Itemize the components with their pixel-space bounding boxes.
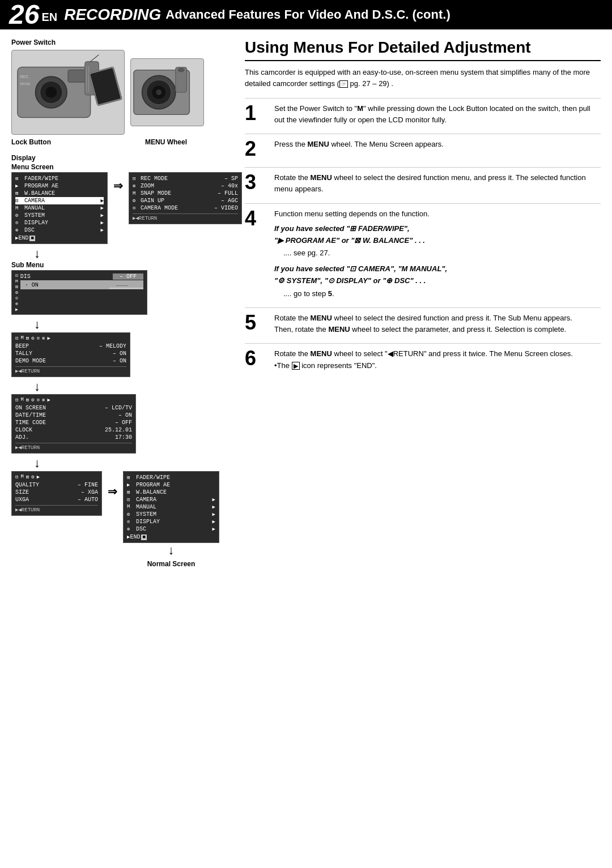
step-2-number: 2 (245, 139, 270, 159)
step-4: 4 Function menu setting depends on the f… (245, 203, 601, 300)
menu-item-dsc: ⊕DSC▶ (15, 226, 104, 234)
diagram-area: Menu Screen ⊞FADER/WIPE ▶PROGRAM AE ⊠W.B… (11, 163, 238, 568)
svg-line-10 (91, 55, 99, 62)
quality-row: QUALITY – FINE (15, 481, 98, 489)
svg-text:REC: REC (20, 75, 29, 79)
on-screen-row: ON SCREEN – LCD/TV (15, 404, 132, 412)
step-3-number: 3 (245, 172, 270, 193)
menu-screen-label: Menu Screen (11, 163, 108, 171)
menu-item-manual: MMANUAL▶ (15, 204, 104, 212)
menu-item-camera: ⊡CAMERA▶ (15, 197, 104, 204)
bottom-diagram-row: ⊡M ⊠⚙ ▶ QUALITY – FINE SIZE – XGA (11, 471, 238, 568)
step-2: 2 Press the MENU wheel. The Menu Screen … (245, 134, 601, 159)
camera-main-image: REC MODE (11, 50, 125, 135)
dsc-box-container: ⊡M ⊠⚙ ▶ QUALITY – FINE SIZE – XGA (11, 471, 102, 516)
return-row-3: ▶◀RETURN (15, 443, 132, 451)
settings-row-gainup: ⚙ GAIN UP – AGC (133, 197, 238, 204)
main-content: Power Switch (0, 29, 612, 577)
settings-row-snapmode: M SNAP MODE – FULL (133, 190, 238, 197)
sub-menu-inner: ⊡ M ⊠ ⚙ ⊙ ⊕ ▶ DIS (15, 273, 143, 312)
menu-item-progae: ▶PROGRAM AE (15, 182, 104, 190)
time-code-row: TIME CODE – OFF (15, 419, 132, 426)
menu-wheel-label: MENU Wheel (145, 138, 187, 146)
clock-row: CLOCK 25.12.01 (15, 426, 132, 434)
display-box-container: ⊡M ⊠⚙ ⊙⊕ ▶ ON SCREEN – LCD/TV DATE/TIME … (11, 394, 238, 454)
adj-row: ADJ. 17:30 (15, 434, 132, 441)
menu-screen-container: Menu Screen ⊞FADER/WIPE ▶PROGRAM AE ⊠W.B… (11, 163, 108, 244)
settings-row-zoom: ⊕ ZOOM – 40x (133, 182, 238, 190)
display-settings-box: ⊡M ⊠⚙ ⊙⊕ ▶ ON SCREEN – LCD/TV DATE/TIME … (11, 394, 136, 454)
power-switch-label: Power Switch (11, 39, 231, 46)
recording-label: RECORDING (64, 6, 161, 24)
uxga-row: UXGA – AUTO (15, 496, 98, 503)
step-6: 6 Rotate the MENU wheel to select "◀RETU… (245, 343, 601, 371)
normal-item-fader: ⊞FADER/WIPE (127, 474, 215, 481)
settings-row-cammode: ⊙ CAMERA MODE – VIDEO (133, 204, 238, 212)
step-1-number: 1 (245, 103, 270, 123)
sub-dis-on-row: · ON ‥‥‥ (20, 280, 143, 289)
normal-item-display: ⊙DISPLAY▶ (127, 518, 215, 525)
settings-row-recmode: ⊡ REC MODE – SP (133, 175, 238, 182)
menu-item-display: ⊙DISPLAY▶ (15, 219, 104, 226)
normal-item-system: ⚙SYSTEM▶ (127, 511, 215, 518)
beep-box-container: ⊡M ⊠⚙ ⊙⊕ ▶ BEEP – MELODY TALLY – ON DE (11, 332, 238, 377)
normal-item-camera: ⊡CAMERA▶ (127, 496, 215, 503)
normal-item-manual: MMANUAL▶ (127, 503, 215, 511)
header-subtitle: Advanced Features For Video And D.S.C. (… (165, 7, 450, 22)
step-1-content: Set the Power Switch to "M" while pressi… (274, 103, 601, 126)
normal-screen-container: ⊞FADER/WIPE ▶PROGRAM AE ⊠W.BALANCE ⊡CAME… (123, 471, 219, 568)
normal-screen-box: ⊞FADER/WIPE ▶PROGRAM AE ⊠W.BALANCE ⊡CAME… (123, 471, 219, 543)
step-6-number: 6 (245, 348, 270, 369)
camera-labels-row: Lock Button MENU Wheel (11, 138, 187, 146)
normal-item-progae: ▶PROGRAM AE (127, 481, 215, 489)
svg-point-19 (178, 68, 185, 72)
en-label: EN (41, 11, 57, 24)
menu-item-end: ▶END■ (15, 235, 104, 241)
step-4-content: Function menu setting depends on the fun… (274, 208, 601, 300)
svg-rect-9 (90, 68, 121, 104)
right-column: Using Menus For Detailed Adjustment This… (238, 29, 612, 577)
step-4-italic-a: If you have selected "⊞ FADER/WIPE", "▶ … (274, 223, 601, 247)
menu-item-system: ⚙SYSTEM▶ (15, 212, 104, 219)
normal-item-wb: ⊠W.BALANCE (127, 489, 215, 496)
sub-dis-row: DIS – OFF (20, 273, 143, 280)
normal-screen-label: Normal Screen (123, 560, 219, 568)
step-4-number: 4 (245, 208, 270, 229)
step-3-content: Rotate the MENU wheel to select the desi… (274, 172, 601, 195)
page-number: 26 (9, 1, 39, 28)
beep-icon-row: ⊡M ⊠⚙ ⊙⊕ ▶ (15, 335, 126, 341)
step-4-sub-a: .... see pg. 27. (283, 247, 601, 259)
sub-menu-content: DIS – OFF · ON ‥‥‥ (20, 273, 143, 312)
display-icon-row: ⊡M ⊠⚙ ⊙⊕ ▶ (15, 397, 132, 403)
step-3: 3 Rotate the MENU wheel to select the de… (245, 167, 601, 195)
normal-item-end: ▶END■ (127, 534, 215, 540)
return-row-1: ▶◀RETURN (133, 213, 238, 221)
menu-item-wbalance: ⊠W.BALANCE (15, 190, 104, 197)
svg-point-3 (45, 87, 57, 98)
vert-arrow-2: ↓ (11, 317, 238, 332)
step-6-content: Rotate the MENU wheel to select "◀RETURN… (274, 348, 601, 371)
rec-mode-settings-box: ⊡ REC MODE – SP ⊕ ZOOM – 40x M SNAP MODE (129, 172, 242, 224)
camera-secondary-image (130, 58, 204, 126)
beep-row: BEEP – MELODY (15, 343, 126, 350)
step-5-number: 5 (245, 313, 270, 333)
beep-settings-box: ⊡M ⊠⚙ ⊙⊕ ▶ BEEP – MELODY TALLY – ON DE (11, 332, 130, 377)
return-row-2: ▶◀RETURN (15, 366, 126, 374)
sub-menu-label: Sub Menu (11, 261, 147, 269)
step-4-italic-b: If you have selected "⊡ CAMERA", "M MANU… (274, 263, 601, 287)
sub-menu-box: ⊡ M ⊠ ⚙ ⊙ ⊕ ▶ DIS (11, 270, 147, 315)
step-2-content: Press the MENU wheel. The Menu Screen ap… (274, 139, 601, 150)
svg-point-17 (156, 89, 162, 95)
camera-images-row: REC MODE (11, 50, 231, 135)
svg-text:MODE: MODE (20, 82, 31, 85)
menu-item-fader: ⊞FADER/WIPE (15, 175, 104, 182)
vert-arrow-3: ↓ (11, 379, 238, 394)
section-title: Using Menus For Detailed Adjustment (245, 39, 601, 61)
vert-arrow-4: ↓ (11, 456, 238, 471)
step-5-content: Rotate the MENU wheel to select the desi… (274, 313, 601, 335)
arrow-right-2: ⇒ (108, 471, 117, 498)
rec-mode-sub-box: ⊡ REC MODE – SP ⊕ ZOOM – 40x M SNAP MODE (129, 163, 242, 224)
header-bar: 26 EN RECORDING Advanced Features For Vi… (0, 0, 612, 29)
sub-menu-container: Sub Menu ⊡ M ⊠ ⚙ ⊙ ⊕ (11, 261, 147, 315)
size-row: SIZE – XGA (15, 489, 98, 496)
